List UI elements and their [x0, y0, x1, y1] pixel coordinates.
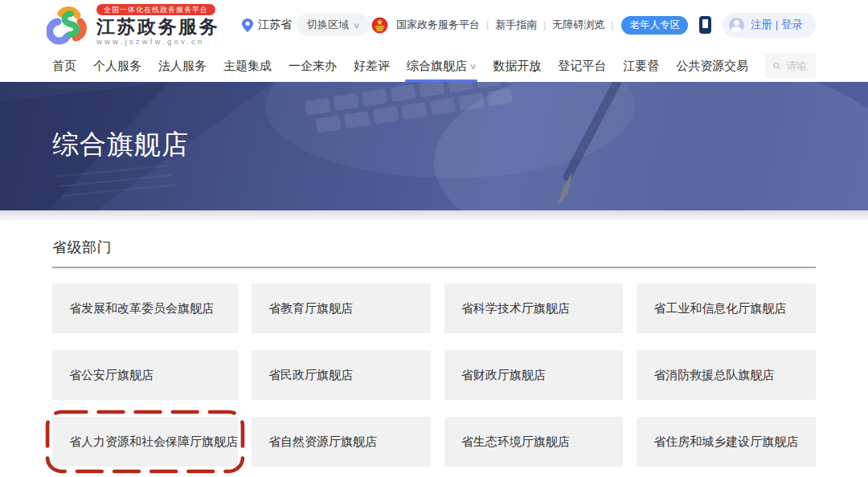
- divider: |: [611, 19, 613, 31]
- nav-item-jiangyaodu[interactable]: 江要督: [623, 50, 659, 82]
- nav-label: 江要督: [623, 59, 659, 74]
- banner-bottom-fade: [0, 210, 868, 222]
- platform-badge: 全国一体化在线政务服务平台: [96, 4, 215, 15]
- divider: |: [543, 19, 546, 31]
- nav-label: 登记平台: [558, 59, 606, 74]
- elder-zone-button[interactable]: 老年人专区: [621, 16, 688, 35]
- card-label: 省公安厅旗舰店: [69, 368, 154, 383]
- page-title: 综合旗舰店: [52, 127, 189, 163]
- region-label: 江苏省: [258, 18, 292, 32]
- card-label: 省工业和信息化厅旗舰店: [653, 301, 786, 316]
- nav-label: 个人服务: [93, 59, 141, 74]
- section-divider: [52, 267, 816, 268]
- divider: |: [486, 19, 489, 31]
- hero-banner: 综合旗舰店: [0, 82, 868, 210]
- region-selector: 江苏省 切换区域 ∨: [242, 14, 370, 36]
- main-nav: 首页 个人服务 法人服务 主题集成 一企来办 好差评 综合旗舰店 ∨ 数据开放 …: [0, 50, 868, 82]
- nav-label: 好差评: [354, 59, 390, 74]
- site-logo[interactable]: 全国一体化在线政务服务平台 江苏政务服务 www.jszwfw.gov.cn: [47, 4, 219, 46]
- nav-item-legal-services[interactable]: 法人服务: [158, 50, 207, 82]
- site-url: www.jszwfw.gov.cn: [96, 37, 204, 46]
- department-card-shengtaihuanjing[interactable]: 省生态环境厅旗舰店: [444, 417, 624, 467]
- nav-label: 法人服务: [158, 59, 207, 74]
- link-national-platform[interactable]: 国家政务服务平台: [396, 18, 480, 32]
- nav-item-registration-platform[interactable]: 登记平台: [558, 50, 606, 82]
- user-avatar-icon: [729, 18, 744, 33]
- card-label: 省消防救援总队旗舰店: [653, 368, 774, 383]
- mobile-app-icon[interactable]: [699, 16, 711, 34]
- link-accessibility[interactable]: 无障碍浏览: [552, 18, 604, 32]
- card-label: 省住房和城乡建设厅旗舰店: [653, 434, 798, 450]
- card-label: 省教育厅旗舰店: [268, 301, 353, 316]
- site-title: 江苏政务服务: [96, 16, 219, 37]
- location-pin-icon: [242, 18, 253, 32]
- nav-label: 综合旗舰店: [407, 59, 467, 74]
- register-login-label: 注册 | 登录: [751, 18, 803, 32]
- department-card-kejiting[interactable]: 省科学技术厅旗舰店: [444, 283, 624, 333]
- national-emblem-icon: [371, 17, 388, 34]
- nav-label: 公共资源交易: [676, 59, 748, 74]
- department-card-gongxinting[interactable]: 省工业和信息化厅旗舰店: [637, 283, 816, 333]
- nav-label: 一企来办: [289, 59, 337, 74]
- provincial-departments-section: 省级部门: [52, 222, 816, 268]
- nav-item-open-data[interactable]: 数据开放: [493, 50, 541, 82]
- nav-item-personal-services[interactable]: 个人服务: [93, 50, 141, 82]
- nav-item-home[interactable]: 首页: [52, 50, 76, 82]
- card-label: 省生态环境厅旗舰店: [461, 434, 570, 450]
- department-card-xiaofang[interactable]: 省消防救援总队旗舰店: [637, 350, 816, 400]
- department-card-jiaoyuting[interactable]: 省教育厅旗舰店: [252, 283, 431, 333]
- switch-region-button[interactable]: 切换区域 ∨: [297, 14, 370, 36]
- nav-label: 首页: [52, 59, 76, 74]
- department-card-caizhengting[interactable]: 省财政厅旗舰店: [444, 350, 624, 400]
- nav-label: 数据开放: [493, 59, 541, 74]
- nav-item-rating[interactable]: 好差评: [354, 50, 390, 82]
- card-label: 省财政厅旗舰店: [461, 368, 546, 383]
- search-icon: [773, 60, 780, 71]
- department-card-gonganting[interactable]: 省公安厅旗舰店: [52, 350, 238, 400]
- department-card-zhujianting[interactable]: 省住房和城乡建设厅旗舰店: [637, 417, 816, 467]
- department-card-minzhengting[interactable]: 省民政厅旗舰店: [252, 350, 431, 400]
- chevron-down-icon: ∨: [353, 21, 361, 30]
- card-label: 省发展和改革委员会旗舰店: [69, 301, 214, 316]
- department-grid: 省发展和改革委员会旗舰店 省教育厅旗舰店 省科学技术厅旗舰店 省工业和信息化厅旗…: [52, 283, 816, 467]
- nav-item-enterprise[interactable]: 一企来办: [289, 50, 337, 82]
- department-card-ziranziyuan[interactable]: 省自然资源厅旗舰店: [252, 417, 431, 467]
- department-card-fagaiwei[interactable]: 省发展和改革委员会旗舰店: [52, 283, 238, 333]
- section-title: 省级部门: [52, 238, 816, 257]
- nav-item-theme-integration[interactable]: 主题集成: [223, 50, 272, 82]
- department-card-renshebaozhang[interactable]: 省人力资源和社会保障厅旗舰店: [52, 417, 238, 467]
- link-beginner-guide[interactable]: 新手指南: [495, 18, 537, 32]
- register-login-button[interactable]: 注册 | 登录: [723, 13, 816, 38]
- nav-item-public-resources[interactable]: 公共资源交易: [676, 50, 748, 82]
- card-label: 省民政厅旗舰店: [268, 368, 353, 383]
- card-label: 省人力资源和社会保障厅旗舰店: [69, 434, 238, 450]
- search-input[interactable]: [786, 60, 808, 71]
- nav-label: 主题集成: [223, 59, 272, 74]
- search-box[interactable]: [765, 54, 816, 78]
- chevron-down-icon: ∨: [469, 62, 477, 71]
- nav-item-flagship-stores[interactable]: 综合旗舰店 ∨: [407, 50, 476, 82]
- logo-mark-icon: [47, 4, 88, 46]
- card-label: 省自然资源厅旗舰店: [268, 434, 377, 450]
- top-header: 全国一体化在线政务服务平台 江苏政务服务 www.jszwfw.gov.cn 江…: [0, 0, 868, 50]
- switch-region-label: 切换区域: [307, 18, 349, 32]
- card-label: 省科学技术厅旗舰店: [461, 301, 570, 316]
